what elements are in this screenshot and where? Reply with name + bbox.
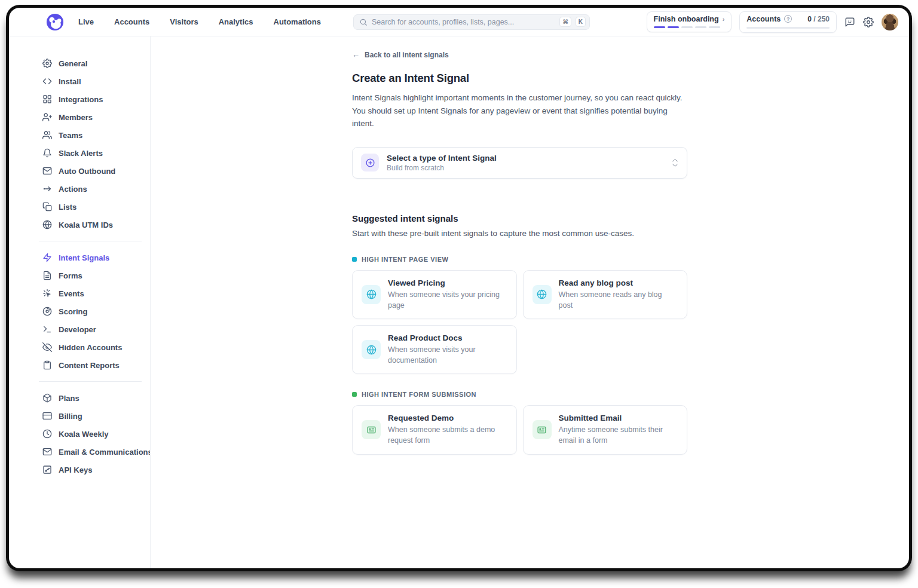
nav-automations[interactable]: Automations — [274, 17, 321, 26]
sidebar-item-content-reports[interactable]: Content Reports — [41, 356, 142, 374]
section-label-form-submission: HIGH INTENT FORM SUBMISSION — [352, 391, 687, 398]
page-title: Create an Intent Signal — [352, 72, 885, 85]
main-content: ← Back to all intent signals Create an I… — [151, 36, 909, 568]
card-requested-demo[interactable]: Requested Demo When someone submits a de… — [352, 405, 517, 454]
terminal-icon — [42, 324, 52, 334]
sidebar-item-slack-alerts[interactable]: Slack Alerts — [41, 144, 142, 162]
suggested-section: Suggested intent signals Start with thes… — [352, 213, 687, 455]
chat-bubble-icon — [844, 17, 855, 27]
global-search[interactable]: ⌘ K — [353, 14, 590, 30]
sidebar-divider — [39, 381, 142, 382]
copy-icon — [42, 202, 52, 212]
sidebar-item-events[interactable]: Events — [41, 284, 142, 302]
credit-card-icon — [42, 411, 52, 421]
bell-icon — [42, 148, 52, 158]
user-avatar[interactable] — [882, 14, 898, 30]
nav-live[interactable]: Live — [78, 17, 94, 26]
target-icon — [42, 307, 52, 316]
form-icon — [42, 271, 52, 280]
form-card-icon — [533, 420, 552, 439]
search-icon — [359, 18, 368, 26]
sidebar-item-actions[interactable]: Actions — [41, 180, 142, 198]
user-plus-icon — [42, 112, 52, 122]
section-label-page-view: HIGH INTENT PAGE VIEW — [352, 256, 687, 263]
gear-icon — [863, 17, 874, 27]
card-read-product-docs[interactable]: Read Product Docs When someone visits yo… — [352, 325, 517, 374]
globe-icon — [362, 285, 381, 304]
topbar-right: Finish onboarding › Accounts ? 0 / 250 — [647, 11, 898, 33]
accounts-separator: / — [813, 15, 815, 23]
clock-icon — [42, 429, 52, 439]
globe-icon — [42, 220, 52, 229]
sidebar-item-email-communications[interactable]: Email & Communications — [41, 443, 142, 461]
accounts-usage-label: Accounts — [746, 15, 781, 23]
suggested-subtitle: Start with these pre-built intent signal… — [352, 229, 687, 238]
sidebar-item-general[interactable]: General — [41, 54, 142, 72]
help-circle-icon[interactable]: ? — [784, 15, 792, 23]
intent-signal-type-select[interactable]: Select a type of Intent Signal Build fro… — [352, 147, 687, 179]
settings-button[interactable] — [863, 17, 874, 27]
select-title: Select a type of Intent Signal — [387, 154, 497, 163]
green-square-icon — [352, 392, 357, 397]
key-icon — [42, 465, 52, 474]
cyan-square-icon — [352, 257, 357, 262]
sidebar-item-forms[interactable]: Forms — [41, 267, 142, 284]
search-input[interactable] — [372, 18, 555, 26]
code-icon — [42, 76, 52, 86]
finish-onboarding-button[interactable]: Finish onboarding › — [647, 11, 732, 32]
sidebar-item-teams[interactable]: Teams — [41, 126, 142, 144]
feedback-button[interactable] — [844, 17, 855, 27]
sidebar-item-auto-outbound[interactable]: Auto Outbound — [41, 162, 142, 180]
sidebar-item-api-keys[interactable]: API Keys — [41, 461, 142, 479]
shortcut-cmd-key: ⌘ — [559, 17, 571, 27]
globe-icon — [533, 285, 552, 304]
nav-accounts[interactable]: Accounts — [114, 17, 149, 26]
clipboard-icon — [42, 360, 52, 370]
shortcut-k-key: K — [576, 17, 586, 27]
suggested-title: Suggested intent signals — [352, 213, 687, 223]
settings-sidebar: General Install Integrations Members Tea… — [9, 36, 151, 568]
card-read-any-blog-post[interactable]: Read any blog post When someone reads an… — [523, 270, 688, 319]
select-subtitle: Build from scratch — [387, 164, 497, 172]
sidebar-item-developer[interactable]: Developer — [41, 320, 142, 338]
sidebar-item-install[interactable]: Install — [41, 72, 142, 90]
sidebar-item-billing[interactable]: Billing — [41, 407, 142, 425]
onboarding-label: Finish onboarding — [654, 15, 719, 23]
burst-icon — [42, 289, 52, 298]
onboarding-progress — [654, 26, 725, 28]
chevron-right-icon: › — [723, 16, 725, 23]
card-submitted-email[interactable]: Submitted Email Anytime someone submits … — [523, 405, 688, 454]
sidebar-item-scoring[interactable]: Scoring — [41, 302, 142, 320]
card-viewed-pricing[interactable]: Viewed Pricing When someone visits your … — [352, 270, 517, 319]
globe-icon — [362, 340, 381, 359]
gear-icon — [42, 59, 52, 68]
back-link[interactable]: ← Back to all intent signals — [352, 50, 449, 59]
arrow-action-icon — [42, 184, 52, 194]
sidebar-item-lists[interactable]: Lists — [41, 198, 142, 216]
form-card-icon — [362, 420, 381, 439]
sidebar-item-intent-signals[interactable]: Intent Signals — [41, 249, 142, 267]
page-description: Intent Signals highlight important momen… — [352, 91, 687, 130]
sidebar-item-koala-weekly[interactable]: Koala Weekly — [41, 425, 142, 443]
mail-bolt-icon — [42, 166, 52, 176]
accounts-used: 0 — [807, 15, 812, 23]
koala-logo[interactable] — [46, 13, 64, 31]
sidebar-item-hidden-accounts[interactable]: Hidden Accounts — [41, 338, 142, 356]
mail-icon — [42, 447, 52, 457]
nav-visitors[interactable]: Visitors — [170, 17, 198, 26]
sidebar-item-members[interactable]: Members — [41, 108, 142, 126]
sidebar-divider — [39, 241, 142, 241]
app-window: Live Accounts Visitors Analytics Automat… — [9, 8, 909, 568]
chevron-updown-icon — [672, 158, 678, 167]
page-view-card-grid: Viewed Pricing When someone visits your … — [352, 270, 687, 375]
zap-icon — [42, 253, 52, 262]
grid-icon — [42, 94, 52, 104]
sidebar-item-koala-utm-ids[interactable]: Koala UTM IDs — [41, 216, 142, 234]
sidebar-item-plans[interactable]: Plans — [41, 389, 142, 407]
accounts-usage-bar — [746, 27, 830, 29]
sidebar-item-integrations[interactable]: Integrations — [41, 90, 142, 108]
nav-analytics[interactable]: Analytics — [219, 17, 253, 26]
primary-nav: Live Accounts Visitors Analytics Automat… — [78, 17, 321, 26]
plus-circle-icon — [361, 154, 379, 172]
accounts-usage-widget[interactable]: Accounts ? 0 / 250 — [739, 11, 837, 33]
